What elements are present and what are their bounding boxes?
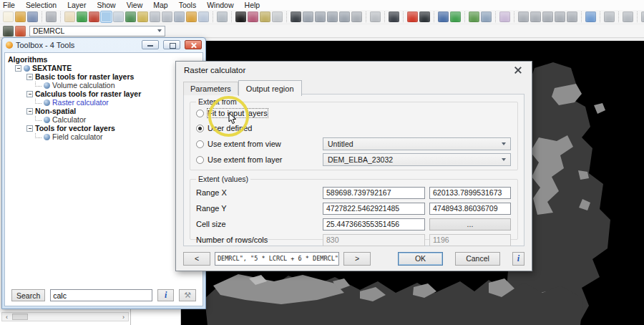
copy-document-icon[interactable] xyxy=(623,11,633,22)
menu-selection[interactable]: Selection xyxy=(26,1,57,9)
zoom-selection-icon[interactable] xyxy=(137,11,148,22)
radio-selected[interactable] xyxy=(196,125,204,132)
dialog-title-bar[interactable]: Raster calculator xyxy=(176,62,532,79)
ok-button[interactable]: OK xyxy=(398,252,443,266)
zoom-layers-icon[interactable] xyxy=(125,11,136,22)
flight-tool-icon[interactable] xyxy=(217,11,228,22)
range-y-max-field[interactable]: 4748943.86036709 xyxy=(429,203,511,215)
previous-page-button[interactable]: < xyxy=(183,252,210,266)
maximize-button[interactable] xyxy=(163,40,180,49)
menu-layer[interactable]: Layer xyxy=(67,1,86,9)
document-preview-icon[interactable] xyxy=(585,11,596,22)
collapse-icon[interactable] xyxy=(26,91,33,97)
tree-leaf[interactable]: Calculator xyxy=(8,115,203,124)
toolbox-title-bar[interactable]: Toolbox - 4 Tools xyxy=(2,38,205,52)
tab-parameters[interactable]: Parameters xyxy=(183,82,238,95)
range-x-max-field[interactable]: 620133.7899531673 xyxy=(429,187,511,199)
info-button[interactable]: i xyxy=(157,289,174,301)
select-by-polygon-icon[interactable] xyxy=(315,11,326,22)
merge-icon[interactable] xyxy=(567,11,577,22)
copy-features-icon[interactable] xyxy=(555,11,565,22)
tree-group[interactable]: Non-spatial xyxy=(8,107,203,115)
zoom-next-icon[interactable] xyxy=(162,11,172,22)
tools-button[interactable]: ⚒ xyxy=(179,289,196,301)
menu-tools[interactable]: Tools xyxy=(179,1,197,9)
radio-unselected[interactable] xyxy=(196,110,204,117)
open-project-icon[interactable] xyxy=(15,11,26,22)
menu-view[interactable]: View xyxy=(127,1,143,9)
settings-gear-icon[interactable] xyxy=(370,11,381,22)
pan-icon[interactable] xyxy=(64,11,75,22)
toc-horizontal-scrollbar[interactable]: ‹ › xyxy=(1,312,129,321)
tree-group[interactable]: Tools for vector layers xyxy=(8,124,203,132)
new-document-icon[interactable] xyxy=(3,11,14,22)
window-arrange-icon[interactable] xyxy=(186,11,197,22)
table-icon[interactable] xyxy=(604,11,615,22)
save-icon[interactable] xyxy=(27,11,38,22)
tree-leaf[interactable]: Field calculator xyxy=(8,132,203,141)
layer-extent-combo[interactable]: DEM_ELBA_23032 xyxy=(323,153,511,166)
sync-icon[interactable] xyxy=(542,11,553,22)
annotation-icon[interactable] xyxy=(641,11,644,22)
option-user-defined[interactable]: User defined xyxy=(190,120,517,136)
collapse-icon[interactable] xyxy=(15,65,21,72)
radio-unselected[interactable] xyxy=(196,156,204,164)
zoom-previous-extent-icon[interactable] xyxy=(89,11,99,22)
option-use-extent-from-layer[interactable]: Use extent from layer DEM_ELBA_23032 xyxy=(190,152,517,168)
active-layer-combo[interactable]: DEMRCL xyxy=(29,26,165,37)
zoom-back-icon[interactable] xyxy=(150,11,160,22)
close-button[interactable] xyxy=(185,40,202,49)
option-fit-to-input-layers[interactable]: Fit to input layers xyxy=(190,106,517,120)
geoprocessing-icon[interactable] xyxy=(499,11,510,22)
preferences-tools-icon[interactable] xyxy=(419,11,430,22)
radio-unselected[interactable] xyxy=(196,140,204,148)
search-input[interactable] xyxy=(50,289,152,301)
menu-show[interactable]: Show xyxy=(97,1,115,9)
cell-size-field[interactable]: 25.447366355351456 xyxy=(323,218,425,231)
scroll-left-icon[interactable]: ‹ xyxy=(2,313,11,321)
layer-document-icon[interactable] xyxy=(481,11,492,22)
select-by-layer-icon[interactable] xyxy=(327,11,338,22)
hyperlink-icon[interactable] xyxy=(272,11,283,22)
close-icon[interactable] xyxy=(512,64,524,76)
tree-leaf[interactable]: Volume calculation xyxy=(8,81,203,89)
mouse-tool-icon[interactable] xyxy=(46,11,57,22)
add-layer-icon[interactable] xyxy=(469,11,479,22)
cancel-button[interactable]: Cancel xyxy=(455,252,500,266)
tab-output-region[interactable]: Output region xyxy=(238,80,302,96)
view-extent-combo[interactable]: Untitled xyxy=(323,137,511,150)
search-button[interactable]: Search xyxy=(11,289,45,301)
add-wms-layer-icon[interactable] xyxy=(450,11,461,22)
error-log-icon[interactable] xyxy=(407,11,418,22)
tree-group[interactable]: Calculus tools for raster layer xyxy=(8,89,203,98)
zoom-extent-icon[interactable] xyxy=(77,11,87,22)
tree-node-sextante[interactable]: SEXTANTE xyxy=(8,64,203,72)
next-page-button[interactable]: > xyxy=(343,252,371,266)
option-use-extent-from-view[interactable]: Use extent from view Untitled xyxy=(190,136,517,152)
zoom-manager-icon[interactable] xyxy=(174,11,185,22)
collapse-icon[interactable] xyxy=(26,108,33,115)
range-y-min-field[interactable]: 4727822.5462921485 xyxy=(323,203,425,215)
tree-leaf-raster-calculator[interactable]: Raster calculator xyxy=(8,98,203,107)
collapse-icon[interactable] xyxy=(26,74,33,80)
zoom-in-icon[interactable] xyxy=(101,11,112,22)
menu-window[interactable]: Window xyxy=(207,1,233,9)
clear-selection-icon[interactable] xyxy=(351,11,362,22)
print-icon[interactable] xyxy=(260,11,270,22)
minimize-button[interactable] xyxy=(142,40,159,49)
zoom-out-icon[interactable] xyxy=(113,11,124,22)
select-arrow-icon[interactable] xyxy=(291,11,301,22)
tree-group[interactable]: Basic tools for raster layers xyxy=(8,72,203,81)
tree-root[interactable]: Algorithms xyxy=(8,55,203,64)
start-editing-icon[interactable] xyxy=(518,11,529,22)
menu-map[interactable]: Map xyxy=(153,1,167,9)
select-by-buffer-icon[interactable] xyxy=(339,11,350,22)
range-x-min-field[interactable]: 589698.739792167 xyxy=(323,187,425,199)
web-map-locator-icon[interactable] xyxy=(438,11,449,22)
scrollbar-thumb[interactable] xyxy=(12,314,28,320)
layer-stack-icon[interactable] xyxy=(3,26,14,37)
select-by-rect-icon[interactable] xyxy=(303,11,313,22)
view-properties-icon[interactable] xyxy=(389,11,399,22)
stop-editing-icon[interactable] xyxy=(530,11,541,22)
dialog-info-button[interactable]: i xyxy=(512,252,525,266)
